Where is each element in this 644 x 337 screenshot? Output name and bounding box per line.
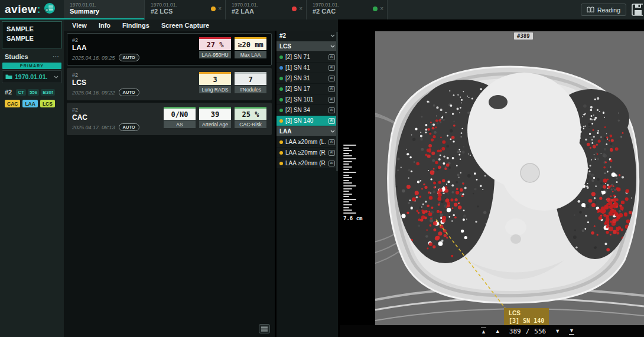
patient-tab[interactable]: 1970.01.01. #2 LAA × bbox=[226, 0, 307, 19]
ai-badge: AI bbox=[328, 76, 336, 81]
auto-chip: AUTO bbox=[119, 54, 139, 61]
ct-viewer[interactable]: #389 7.6 cm LCS [3] SN 140 ▲ ▲ 389 / 556… bbox=[340, 19, 644, 337]
metric: 3 Lung RADS bbox=[199, 72, 231, 93]
lcs-group-select[interactable]: LCS bbox=[277, 41, 338, 51]
metric: 25 % CAC-Risk bbox=[235, 107, 266, 128]
finding-label: LAA ≥20mm (R... bbox=[285, 149, 326, 156]
metric-label: Arterial Age bbox=[199, 120, 231, 128]
ai-badge: AI bbox=[328, 161, 336, 166]
summary-panel: #2 LAA 2025.04.16. 09:25 AUTO 27 % LAA-9… bbox=[64, 31, 275, 337]
last-slice-button[interactable]: ▼ bbox=[569, 328, 574, 335]
finding-item[interactable]: [2] SN 17 AI bbox=[277, 84, 338, 94]
nodule-list: [2] SN 71 AI [1] SN 41 AI [2] SN 31 AI [… bbox=[277, 52, 338, 126]
finding-label: [2] SN 17 bbox=[285, 86, 326, 92]
first-slice-button[interactable]: ▲ bbox=[481, 328, 486, 335]
laa-group-select[interactable]: LAA bbox=[277, 126, 338, 136]
save-button[interactable] bbox=[631, 4, 643, 16]
ai-badge: AI bbox=[328, 139, 336, 145]
metric-value: 7 bbox=[235, 72, 266, 85]
logo-area: aview: bbox=[0, 0, 64, 19]
finding-label: [2] SN 31 bbox=[285, 75, 326, 81]
modality-badge-laa[interactable]: LAA bbox=[22, 100, 37, 107]
finding-label: [3] SN 140 bbox=[285, 117, 326, 124]
series-tag: CT bbox=[16, 89, 26, 96]
status-dot bbox=[373, 6, 378, 11]
finding-item[interactable]: [2] SN 71 AI bbox=[277, 52, 338, 62]
summary-card-laa[interactable]: #2 LAA 2025.04.16. 09:25 AUTO 27 % LAA-9… bbox=[67, 33, 272, 66]
patient-tab[interactable]: 1970.01.01. #2 LCS × bbox=[145, 0, 226, 19]
nodule-annotation[interactable]: LCS [3] SN 140 bbox=[504, 308, 549, 326]
finding-label: [2] SN 34 bbox=[285, 107, 326, 113]
card-datetime: 2025.04.16. 09:22 bbox=[72, 90, 115, 96]
studies-header: Studies ⋯ bbox=[0, 50, 64, 61]
aview-app: aview: 1970.01.01. Summary 1970.01.01. #… bbox=[0, 0, 644, 337]
series-select[interactable]: #2 bbox=[277, 31, 338, 41]
menu-item-info[interactable]: Info bbox=[99, 22, 110, 29]
patient-info-box[interactable]: SAMPLE SAMPLE bbox=[2, 21, 62, 48]
laa-finding-list: LAA ≥20mm (L... AI LAA ≥20mm (R... AI LA… bbox=[277, 137, 338, 168]
series-tag: B30f bbox=[41, 89, 54, 96]
finding-item[interactable]: [1] SN 41 AI bbox=[277, 63, 338, 73]
menu-bar: ViewInfoFindingsScreen Capture bbox=[64, 19, 338, 31]
card-name: LAA bbox=[72, 44, 139, 53]
tab-date: 1970.01.01. bbox=[232, 2, 301, 8]
metric: 27 % LAA-950HU bbox=[199, 37, 231, 58]
lcs-group-value: LCS bbox=[279, 43, 328, 50]
metric-value: 3 bbox=[199, 72, 231, 85]
series-tags: CT556B30f bbox=[16, 89, 54, 96]
studies-more-icon[interactable]: ⋯ bbox=[53, 53, 59, 60]
book-icon bbox=[587, 6, 594, 13]
left-sidebar: SAMPLE SAMPLE Studies ⋯ PRIMARY 1970.01.… bbox=[0, 19, 64, 337]
auto-chip: AUTO bbox=[119, 123, 139, 131]
finding-item[interactable]: [3] SN 140 AI bbox=[277, 116, 338, 126]
menu-item-view[interactable]: View bbox=[72, 22, 87, 29]
modality-badge-cac[interactable]: CAC bbox=[5, 100, 20, 107]
metric-value: ≥20 mm bbox=[235, 37, 266, 50]
menu-item-screen-capture[interactable]: Screen Capture bbox=[161, 22, 209, 29]
reading-button[interactable]: Reading bbox=[581, 4, 626, 16]
finding-dot bbox=[279, 77, 283, 80]
study-folder-row[interactable]: 1970.01.01. bbox=[2, 70, 62, 83]
finding-item[interactable]: LAA ≥20mm (R... AI bbox=[277, 158, 338, 168]
metric-label: Lung RADS bbox=[199, 86, 231, 93]
top-bar: aview: 1970.01.01. Summary 1970.01.01. #… bbox=[0, 0, 644, 19]
card-name: LCS bbox=[72, 78, 139, 87]
patient-tab[interactable]: 1970.01.01. Summary bbox=[64, 0, 145, 19]
modality-badge-lcs[interactable]: LCS bbox=[40, 100, 55, 107]
panel-scrollbar[interactable] bbox=[336, 32, 338, 171]
close-icon[interactable]: × bbox=[299, 6, 303, 12]
finding-item[interactable]: LAA ≥20mm (L... AI bbox=[277, 137, 338, 147]
close-icon[interactable]: × bbox=[218, 6, 222, 12]
patient-tab[interactable]: 1970.01.01. #2 CAC × bbox=[307, 0, 388, 19]
tab-date: 1970.01.01. bbox=[70, 2, 139, 8]
app-logo: aview bbox=[5, 3, 37, 16]
card-series: #2 bbox=[72, 72, 139, 78]
series-info-row[interactable]: #2 CT556B30f bbox=[0, 84, 64, 97]
finding-item[interactable]: LAA ≥20mm (R... AI bbox=[277, 148, 338, 158]
finding-item[interactable]: [2] SN 31 AI bbox=[277, 73, 338, 83]
metric-label: CAC-Risk bbox=[235, 120, 266, 128]
previous-slice-button[interactable]: ▲ bbox=[495, 328, 500, 334]
finding-dot bbox=[279, 140, 283, 144]
patient-id: SAMPLE bbox=[6, 34, 57, 43]
summary-card-cac[interactable]: #2 CAC 2025.04.17. 08:13 AUTO 0/N0 AS 39… bbox=[67, 103, 272, 135]
finding-dot bbox=[279, 66, 283, 70]
finding-label: LAA ≥20mm (L... bbox=[285, 139, 326, 145]
chevron-down-icon bbox=[54, 76, 58, 78]
report-list-button[interactable] bbox=[259, 324, 270, 333]
finding-item[interactable]: [2] SN 101 AI bbox=[277, 94, 338, 104]
close-icon[interactable]: × bbox=[380, 6, 383, 12]
findings-panel: #2 LCS [2] SN 71 AI [1] SN 41 AI [2] SN … bbox=[277, 31, 338, 337]
chevron-down-icon bbox=[330, 45, 335, 48]
slice-nav-bar: ▲ ▲ 389 / 556 ▼ ▼ bbox=[340, 325, 644, 337]
reading-button-label: Reading bbox=[597, 6, 620, 14]
next-slice-button[interactable]: ▼ bbox=[555, 328, 560, 334]
finding-dot bbox=[279, 109, 283, 112]
metric-label: AS bbox=[164, 120, 196, 128]
summary-card-lcs[interactable]: #2 LCS 2025.04.16. 09:22 AUTO 3 Lung RAD… bbox=[67, 68, 272, 100]
primary-badge: PRIMARY bbox=[2, 63, 61, 69]
finding-label: [2] SN 71 bbox=[285, 54, 326, 60]
menu-item-findings[interactable]: Findings bbox=[122, 22, 149, 29]
ct-image[interactable] bbox=[375, 31, 644, 325]
finding-item[interactable]: [2] SN 34 AI bbox=[277, 105, 338, 115]
